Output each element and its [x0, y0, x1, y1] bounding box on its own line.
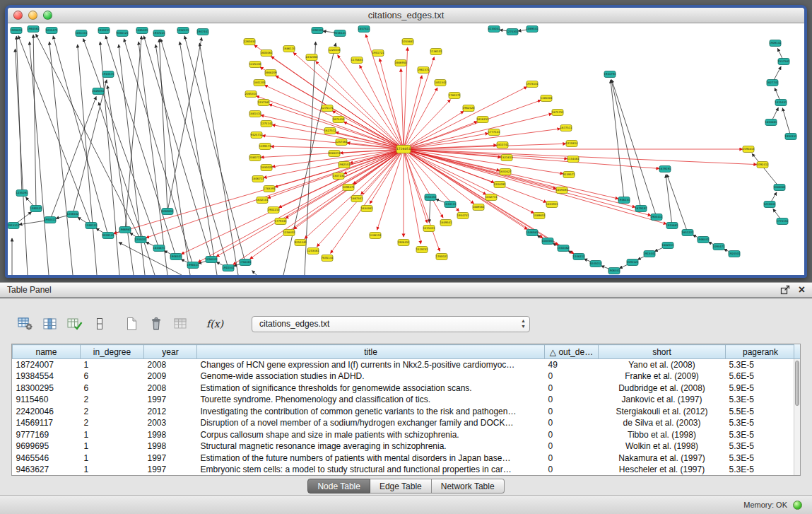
graph-node[interactable]: 1257461 [336, 139, 348, 146]
close-panel-icon[interactable]: × [799, 285, 805, 295]
graph-node[interactable]: 1069541 [526, 26, 539, 33]
graph-node[interactable]: 1686110 [283, 46, 295, 52]
table-cell[interactable]: 1 [81, 440, 144, 452]
table-cell[interactable]: 2008 [144, 382, 197, 395]
table-cell[interactable]: 19384554 [13, 370, 81, 382]
graph-node[interactable]: 1044111 [445, 201, 457, 208]
graph-node[interactable]: 1930251 [98, 28, 110, 34]
window-minimize-button[interactable] [28, 11, 37, 20]
table-cell[interactable]: 5.3E-5 [726, 417, 796, 429]
graph-node[interactable]: 1256041 [206, 257, 218, 263]
graph-node[interactable]: 1881410 [249, 111, 261, 117]
table-row[interactable]: 977716911998Corpus callosum shape and si… [13, 429, 796, 441]
table-cell[interactable]: 0 [545, 452, 599, 465]
table-cell[interactable]: 5.3E-5 [726, 440, 796, 452]
table-cell[interactable]: 2003 [144, 417, 197, 429]
table-cell[interactable]: 2 [81, 394, 144, 406]
graph-node[interactable]: 1806713 [252, 176, 264, 182]
graph-node[interactable]: 1859491 [556, 187, 568, 194]
table-cell[interactable]: Nakamura et al. (1997) [599, 452, 726, 465]
graph-node[interactable]: 1275142 [261, 121, 273, 127]
table-row[interactable]: 911546021997Tourette syndrome. Phenomeno… [13, 394, 796, 406]
table-cell[interactable]: 18300295 [13, 382, 81, 395]
table-row[interactable]: 1872400712008Changes of HCN gene express… [13, 359, 796, 371]
table-cell[interactable]: 6 [81, 382, 144, 395]
table-cell[interactable]: 9115460 [13, 394, 81, 406]
tab-edge-table[interactable]: Edge Table [370, 479, 432, 493]
graph-node[interactable]: 1092301 [312, 28, 324, 34]
delete-table-button[interactable] [146, 314, 166, 334]
graph-node[interactable]: 1954751 [457, 213, 469, 219]
graph-node[interactable]: 1042711 [486, 194, 498, 201]
table-cell[interactable]: Estimation of the future numbers of pati… [197, 452, 545, 465]
table-row[interactable]: 1830029562008Estimation of significance … [13, 382, 796, 395]
graph-node[interactable]: 1679197 [635, 206, 647, 212]
graph-node[interactable]: 1875751 [552, 110, 564, 116]
table-cell[interactable]: Genome-wide association studies in ADHD. [197, 370, 545, 382]
table-cell[interactable]: 1997 [144, 464, 197, 476]
graph-node[interactable]: 1926451 [398, 240, 410, 246]
graph-node[interactable]: 1851411 [76, 30, 88, 37]
graph-node[interactable]: 1849541 [440, 220, 452, 226]
table-cell[interactable]: Embryonic stem cells: a model to study s… [197, 464, 545, 476]
graph-node[interactable]: 1962551 [339, 162, 351, 168]
graph-node[interactable]: 1913312 [8, 223, 20, 229]
scrollbar-thumb[interactable] [795, 361, 799, 406]
table-options-button[interactable] [16, 314, 35, 334]
table-cell[interactable]: 2009 [144, 370, 197, 382]
function-builder-button[interactable]: f(x) [203, 314, 227, 334]
graph-node[interactable]: 1673452 [333, 117, 345, 123]
graph-node[interactable]: 2260832 [244, 39, 256, 45]
column-header-3[interactable]: title [197, 345, 545, 359]
graph-node[interactable]: 1909141 [770, 40, 782, 47]
graph-node[interactable]: 1902210 [268, 207, 280, 214]
table-cell[interactable]: 0 [545, 429, 599, 441]
graph-node[interactable]: 1782271 [449, 93, 461, 99]
graph-node[interactable]: 9425712 [251, 132, 263, 139]
table-cell[interactable]: Tibbo et al. (1998) [599, 429, 726, 441]
graph-node[interactable]: 1093471 [713, 244, 725, 250]
graph-node[interactable]: 1321613 [501, 155, 513, 161]
graph-node[interactable]: 1937221 [153, 30, 165, 37]
graph-node[interactable]: 1777141 [488, 129, 500, 136]
graph-node[interactable]: 1590151 [86, 223, 98, 229]
graph-node[interactable]: 1913441 [644, 251, 656, 257]
table-cell[interactable]: Yano et al. (2008) [599, 359, 726, 371]
graph-node[interactable]: 1810741 [497, 142, 509, 148]
graph-node[interactable]: 1052411 [177, 28, 189, 34]
graph-node[interactable]: 1210614 [566, 141, 578, 147]
table-cell[interactable]: 9699695 [13, 440, 81, 452]
graph-node[interactable]: 1099471 [343, 185, 355, 191]
graph-node[interactable]: 1557581 [778, 59, 790, 65]
table-cell[interactable]: 0 [545, 394, 599, 406]
graph-node[interactable]: 1260651 [162, 209, 174, 215]
network-window[interactable]: citations_edges.txt 17240512260832160506… [5, 5, 807, 278]
table-cell[interactable]: 2008 [144, 359, 197, 371]
table-cell[interactable]: Investigating the contribution of common… [197, 406, 545, 418]
graph-node[interactable]: 1862011 [662, 243, 674, 249]
graph-node[interactable]: 1903811 [11, 28, 23, 34]
graph-node[interactable]: 1906341 [608, 268, 620, 274]
table-cell[interactable]: 5.5E-5 [726, 406, 796, 418]
window-zoom-button[interactable] [43, 11, 52, 20]
graph-node[interactable]: 1830022 [261, 165, 273, 171]
graph-node[interactable]: 1175634 [351, 57, 363, 64]
graph-node[interactable]: 1950411 [45, 217, 57, 223]
graph-node[interactable]: 1084561 [542, 238, 554, 245]
graph-node[interactable]: 1666950 [395, 60, 407, 66]
graph-node[interactable]: 9059131 [102, 233, 114, 239]
table-cell[interactable]: 5.3E-5 [726, 452, 796, 465]
graph-node[interactable]: 1136101 [430, 49, 442, 55]
graph-node[interactable]: 1760021 [436, 254, 448, 260]
graph-node[interactable]: 1307131 [333, 173, 345, 180]
graph-node[interactable]: 1053881 [402, 39, 414, 45]
graph-node[interactable]: 1519741 [416, 247, 428, 253]
table-cell[interactable]: 2012 [144, 406, 197, 418]
graph-node[interactable]: 1946131 [618, 197, 630, 204]
graph-node[interactable]: 1857321 [358, 26, 370, 33]
column-header-5[interactable]: short [599, 345, 726, 359]
column-header-1[interactable]: in_degree [81, 345, 144, 359]
table-row[interactable]: 946554611997Estimation of the future num… [13, 452, 796, 465]
table-row[interactable]: 1938455462009Genome-wide association stu… [13, 370, 796, 382]
network-view-canvas[interactable]: 1724051226083216050611225430166820918412… [8, 23, 804, 275]
